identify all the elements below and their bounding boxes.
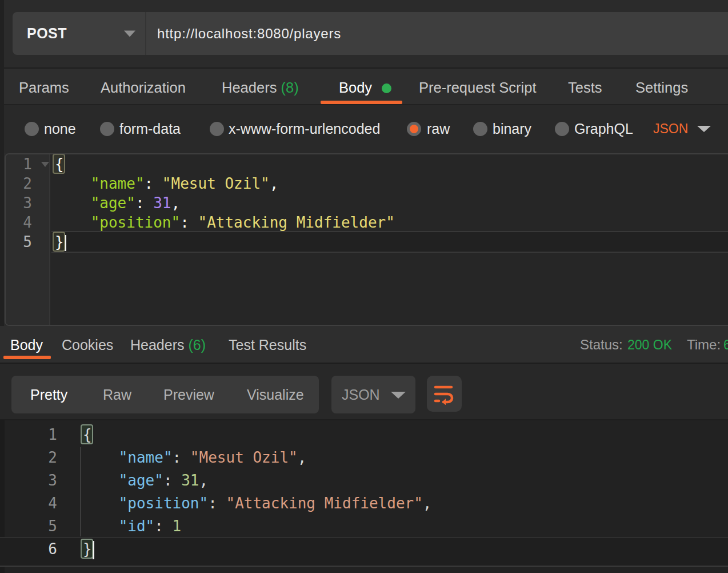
token-key: "position" [119, 495, 209, 512]
token-punc: : [145, 175, 162, 192]
token-str: "Attacking Midfielder" [226, 495, 422, 512]
code-line: "id": 1 [0, 515, 728, 538]
chevron-down-icon[interactable] [697, 126, 711, 132]
response-editor-gutter: 123456 [0, 423, 57, 560]
tab-headers[interactable]: Headers (8) [222, 69, 299, 104]
response-headers-count-badge: (6) [188, 337, 206, 353]
line-number: 1 [6, 154, 49, 174]
token-key: "age" [91, 194, 135, 212]
fold-caret-icon[interactable] [41, 162, 49, 167]
url-input[interactable]: http://localhost:8080/players [157, 12, 341, 55]
tab-pre-request-script-label: Pre-request Script [419, 79, 537, 96]
token-punc: : [180, 214, 198, 231]
divider [145, 12, 146, 55]
radio-binary[interactable] [473, 122, 487, 136]
view-preview[interactable]: Preview [163, 376, 214, 413]
line-number: 3 [0, 469, 57, 492]
status-badge[interactable]: 200 OK [627, 326, 672, 363]
radio-none[interactable] [25, 122, 39, 136]
view-visualize[interactable]: Visualize [247, 376, 304, 413]
request-tabs: Params Authorization Headers (8) Body Pr… [0, 67, 728, 105]
response-tab-test-results-label: Test Results [229, 337, 306, 353]
radio-none-label[interactable]: none [44, 105, 76, 153]
token-brace-hl: { [83, 426, 92, 443]
tab-body[interactable]: Body [339, 69, 372, 104]
line-number-text: 1 [23, 156, 32, 173]
tab-tests-label: Tests [568, 79, 602, 96]
radio-binary-label[interactable]: binary [493, 105, 531, 153]
view-raw[interactable]: Raw [103, 376, 131, 413]
token-num: 31 [181, 472, 199, 489]
line-number-text: 3 [48, 472, 57, 489]
code-line: "position": "Attacking Midfielder", [0, 492, 728, 515]
response-toolbar: Pretty Raw Preview Visualize JSON [0, 364, 728, 420]
radio-raw[interactable] [407, 122, 421, 136]
response-language-label: JSON [342, 376, 380, 413]
line-number-text: 1 [48, 426, 57, 443]
line-number-text: 5 [23, 233, 32, 250]
line-number: 4 [0, 492, 57, 515]
tab-tests[interactable]: Tests [568, 69, 602, 104]
token-punc: : [154, 518, 172, 535]
response-tab-headers[interactable]: Headers (6) [130, 326, 206, 363]
time-value[interactable]: 6 [723, 326, 728, 363]
token-punc: : [163, 472, 181, 489]
response-tab-headers-label: Headers [130, 337, 185, 353]
tab-settings[interactable]: Settings [635, 69, 688, 104]
request-url-bar: POST http://localhost:8080/players [0, 0, 728, 67]
url-builder: POST http://localhost:8080/players [13, 12, 728, 55]
radio-graphql[interactable] [555, 122, 569, 136]
radio-x-www-form-urlencoded[interactable] [210, 122, 224, 136]
response-tab-cookies[interactable]: Cookies [62, 326, 113, 363]
line-number: 6 [0, 538, 57, 560]
token-punc: : [173, 449, 190, 466]
radio-raw-label[interactable]: raw [427, 105, 450, 153]
code-line: } [0, 538, 728, 566]
line-number-text: 4 [23, 214, 32, 231]
line-number: 2 [6, 174, 49, 193]
token-ws [83, 495, 119, 512]
tab-pre-request-script[interactable]: Pre-request Script [419, 69, 537, 104]
response-tab-test-results[interactable]: Test Results [229, 326, 306, 363]
active-tab-underline [321, 101, 402, 104]
token-punc: , [171, 194, 181, 212]
wrap-lines-icon [434, 383, 455, 405]
chevron-down-icon [391, 392, 406, 399]
method-label: POST [27, 12, 67, 55]
view-pretty[interactable]: Pretty [30, 376, 67, 413]
token-brace-hl: { [55, 156, 64, 173]
tab-authorization[interactable]: Authorization [101, 69, 186, 104]
request-editor-gutter: 12345 [6, 154, 50, 325]
token-punc: , [199, 472, 209, 489]
token-key: "age" [119, 472, 163, 489]
line-number-text: 4 [48, 495, 57, 512]
token-ws [55, 194, 91, 212]
tab-body-label: Body [339, 79, 372, 96]
response-body-editor[interactable]: { "name": "Mesut Ozil", "age": 31, "posi… [0, 420, 728, 573]
wrap-lines-button[interactable] [427, 376, 462, 412]
code-line: } [51, 232, 728, 252]
method-dropdown[interactable]: POST [13, 12, 146, 55]
radio-graphql-label[interactable]: GraphQL [574, 105, 633, 153]
body-filled-dot [382, 83, 391, 93]
line-number-text: 3 [23, 194, 32, 212]
tab-params[interactable]: Params [19, 69, 69, 104]
chevron-down-icon [124, 30, 135, 37]
token-num: 31 [153, 194, 171, 212]
window-left-edge [0, 0, 4, 326]
raw-language-select[interactable]: JSON [653, 105, 688, 153]
token-ws [83, 518, 119, 535]
code-line: "age": 31, [0, 469, 728, 492]
active-tab-underline [3, 356, 51, 359]
response-editor-lines: { "name": "Mesut Ozil", "age": 31, "posi… [0, 423, 728, 566]
request-editor-lines: { "name": "Mesut Ozil", "age": 31, "posi… [51, 154, 728, 325]
token-ws [55, 175, 91, 192]
radio-x-www-form-urlencoded-label[interactable]: x-www-form-urlencoded [229, 105, 380, 153]
token-ws [83, 449, 119, 466]
token-punc: , [423, 495, 432, 512]
status-label: Status: [580, 326, 623, 363]
radio-form-data[interactable] [100, 122, 114, 136]
line-number: 3 [6, 193, 49, 213]
request-body-editor[interactable]: 12345 { "name": "Mesut Ozil", "age": 31,… [5, 153, 728, 326]
radio-form-data-label[interactable]: form-data [119, 105, 181, 153]
